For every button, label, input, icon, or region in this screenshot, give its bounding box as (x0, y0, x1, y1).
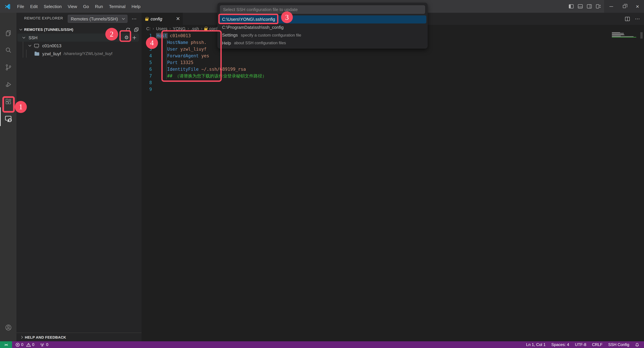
activitybar-remote-explorer[interactable] (0, 111, 16, 126)
radio-tower-icon (40, 343, 45, 347)
quick-pick-item-2[interactable]: Settingsspecify a custom configuration f… (219, 31, 426, 39)
line-number: 6 (142, 66, 152, 73)
menu-item-file[interactable]: File (14, 2, 27, 10)
window-controls: × (605, 0, 644, 13)
statusbar-right: Ln 1, Col 1Spaces: 4UTF-8CRLFSSH Config (526, 341, 644, 348)
tree-item-c01n0013[interactable]: c01n0013 (18, 41, 139, 50)
minimap-line-mark (612, 36, 634, 37)
tree-item-label: c01n0013 (42, 43, 62, 48)
activitybar-source-control[interactable] (0, 60, 16, 75)
statusbar-ssh-config[interactable]: SSH Config (608, 342, 629, 347)
tab-config[interactable]: config ✕ (142, 13, 183, 25)
annotation-circle-2: 2 (105, 28, 118, 40)
activitybar-explorer[interactable] (0, 26, 16, 40)
tree-item-yzwl-liuyf[interactable]: yzwl_liuyf /share/org/YZWL/yzwl_liuyf (18, 50, 139, 58)
activitybar-accounts[interactable] (0, 320, 16, 335)
accounts-icon (4, 324, 12, 331)
tree-item-label: yzwl_liuyf (42, 51, 61, 56)
statusbar-spaces-4[interactable]: Spaces: 4 (551, 342, 569, 347)
status-bar: >< 0 0 0 Ln 1, Col 1Spaces: 4UTF-8CRLFSS… (0, 341, 644, 348)
help-feedback-label: HELP AND FEEDBACK (25, 335, 66, 339)
quick-pick-item-3[interactable]: Helpabout SSH configuration files (219, 39, 426, 47)
annotation-box-4 (161, 30, 222, 82)
sidebar-title: REMOTE EXPLORER (24, 16, 63, 20)
activitybar-run-debug[interactable] (0, 77, 16, 92)
menu-item-edit[interactable]: Edit (27, 2, 41, 10)
minimize-icon (610, 6, 613, 6)
chevron-down-icon (20, 28, 22, 30)
quick-pick-item-description: specify a custom configuration file (241, 33, 301, 37)
restore-icon (623, 5, 626, 8)
toggle-sidebar-icon[interactable] (568, 4, 574, 9)
breadcrumb-item[interactable]: C: (146, 26, 150, 31)
breadcrumb-separator: › (152, 26, 154, 31)
tree-item-description: /share/org/YZWL/yzwl_liuyf (64, 51, 112, 56)
split-editor-icon[interactable] (624, 16, 630, 22)
quick-pick-panel: Select SSH configuration file to update … (217, 3, 428, 49)
minimap-line-mark (612, 35, 621, 36)
remote-scope-value: Remotes (Tunnels/SSH) (71, 16, 122, 21)
close-button[interactable]: × (631, 0, 644, 13)
editor-scrollbar[interactable] (640, 32, 643, 38)
menu-item-go[interactable]: Go (80, 2, 92, 10)
add-new-ssh-icon[interactable] (132, 35, 137, 40)
chevron-down-icon (122, 17, 125, 20)
statusbar-crlf[interactable]: CRLF (592, 342, 602, 347)
editor-more-actions-icon[interactable]: ⋯ (635, 16, 640, 22)
sidebar-more-actions[interactable]: ⋯ (131, 15, 138, 22)
statusbar-utf-8[interactable]: UTF-8 (575, 342, 586, 347)
minimap-line-mark (612, 34, 624, 34)
toggle-secondary-sidebar-icon[interactable] (587, 4, 592, 9)
menu-item-selection[interactable]: Selection (41, 2, 65, 10)
errors-icon (16, 343, 20, 347)
tree-indent-guide (26, 50, 26, 58)
vscode-window: FileEditSelectionViewGoRunTerminalHelp × (0, 0, 644, 348)
remote-indicator[interactable]: >< (0, 341, 12, 348)
remote-scope-select[interactable]: Remotes (Tunnels/SSH) (68, 15, 128, 23)
customize-layout-icon[interactable] (596, 4, 601, 9)
annotation-circle-3: 3 (281, 11, 293, 23)
menu-item-help[interactable]: Help (128, 2, 144, 10)
quick-pick-item-label: Help (222, 40, 231, 46)
minimap-line-mark (612, 32, 620, 33)
errors-count: 0 (21, 342, 23, 347)
tree-item-label: SSH (28, 35, 38, 40)
tab-label: config (150, 16, 174, 21)
collapse-all-icon[interactable] (134, 27, 139, 32)
minimize-button[interactable] (605, 0, 618, 13)
menu-item-terminal[interactable]: Terminal (106, 2, 128, 10)
ports-count: 0 (46, 342, 48, 347)
quick-pick-item-1[interactable]: C:\ProgramData\ssh\ssh_config (219, 23, 426, 31)
restore-button[interactable] (618, 0, 631, 13)
warnings-count: 0 (32, 342, 34, 347)
menu-item-run[interactable]: Run (92, 2, 106, 10)
quick-pick-input[interactable]: Select SSH configuration file to update (220, 5, 425, 14)
activitybar-search[interactable] (0, 43, 16, 58)
notifications-bell-icon[interactable] (635, 343, 639, 347)
statusbar-ln-1-col-1[interactable]: Ln 1, Col 1 (526, 342, 546, 347)
problems-status[interactable]: 0 0 (16, 342, 34, 347)
annotation-box-3 (218, 14, 278, 24)
section-label: REMOTES (TUNNELS/SSH) (24, 27, 73, 31)
layout-controls (568, 0, 601, 13)
activity-bar: ⚙ (0, 13, 16, 341)
code-line[interactable]: 9 (142, 86, 606, 93)
readonly-lock-icon (145, 18, 148, 21)
ports-status[interactable]: 0 (40, 342, 48, 347)
warnings-icon (26, 343, 31, 347)
menu-item-view[interactable]: View (65, 2, 80, 10)
readonly-lock-icon (204, 28, 207, 30)
editor-actions: ⋯ (624, 13, 640, 25)
vscode-logo-icon (4, 3, 11, 9)
line-number: 8 (142, 79, 152, 86)
minimap-line-mark (612, 37, 636, 38)
minimap-line-mark (612, 33, 624, 34)
menu-bar: FileEditSelectionViewGoRunTerminalHelp (14, 2, 144, 10)
chevron-right-icon (20, 336, 23, 339)
section-help-and-feedback[interactable]: HELP AND FEEDBACK (16, 333, 142, 341)
search-icon (4, 47, 12, 54)
explorer-icon (4, 29, 12, 37)
tab-close-icon[interactable]: ✕ (176, 16, 180, 22)
minimap-line-mark (612, 34, 624, 35)
toggle-panel-icon[interactable] (578, 4, 583, 9)
